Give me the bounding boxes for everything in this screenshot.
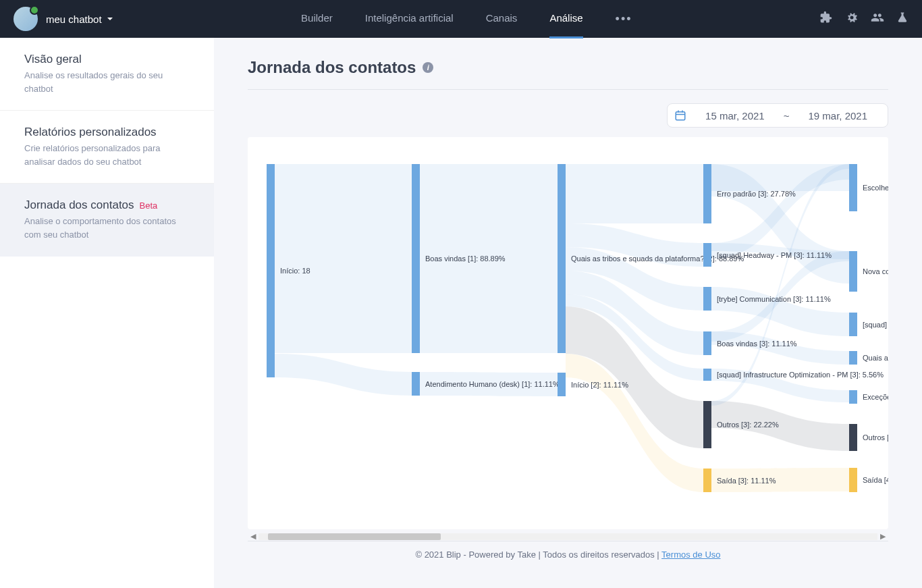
sankey-node[interactable]	[849, 313, 857, 336]
sankey-node-label: [squad]	[863, 321, 887, 329]
sankey-chart-card: Início: 18Boas vindas [1]: 88.89%Atendim…	[248, 137, 888, 529]
sidebar-title-text: Jornada dos contatos	[24, 198, 134, 212]
nav-ai[interactable]: Inteligência artificial	[352, 0, 467, 38]
beta-badge: Beta	[140, 201, 158, 211]
main-content: Jornada dos contatos i 15 mar, 2021 ~ 19…	[214, 38, 922, 588]
plugin-icon[interactable]	[819, 11, 833, 27]
footer-terms-link[interactable]: Termos de Uso	[661, 550, 720, 560]
sankey-node-label: Quais as	[863, 354, 888, 362]
sankey-node[interactable]	[703, 369, 711, 381]
sankey-node[interactable]	[703, 243, 711, 267]
sankey-node-label: Início: 18	[280, 267, 310, 275]
sankey-node[interactable]	[703, 469, 711, 492]
sankey-node-label: Saída [3]: 11.11%	[717, 477, 776, 485]
sankey-node-label: Atendimento Humano (desk) [1]: 11.11%	[425, 380, 560, 388]
date-sep: ~	[784, 110, 790, 122]
scroll-left-arrow[interactable]: ◀	[248, 532, 259, 541]
svg-rect-0	[676, 112, 685, 120]
header-left: meu chatbot	[13, 7, 114, 31]
sankey-node-label: Saída [4	[863, 476, 888, 484]
footer-text: © 2021 Blip - Powered by Take | Todos os…	[415, 550, 661, 560]
sankey-node[interactable]	[267, 164, 275, 377]
main-nav: Builder Inteligência artificial Canais A…	[288, 0, 645, 38]
chevron-down-icon	[106, 15, 114, 23]
sankey-node-label: Início [2]: 11.11%	[571, 381, 628, 389]
sankey-node-label: Exceções	[863, 393, 888, 401]
sankey-node[interactable]	[558, 373, 566, 396]
bot-avatar[interactable]	[13, 7, 38, 31]
date-start: 15 mar, 2021	[705, 110, 765, 122]
sankey-node[interactable]	[703, 287, 711, 311]
sidebar-desc: Analise os resultados gerais do seu chat…	[24, 69, 190, 95]
nav-channels[interactable]: Canais	[472, 0, 531, 38]
sidebar-desc: Crie relatórios personalizados para anal…	[24, 142, 190, 168]
info-icon[interactable]: i	[423, 62, 433, 73]
sidebar: Visão geral Analise os resultados gerais…	[0, 38, 214, 588]
sankey-node[interactable]	[849, 468, 857, 492]
date-row: 15 mar, 2021 ~ 19 mar, 2021	[248, 103, 888, 128]
gear-icon[interactable]	[845, 11, 859, 27]
nav-builder[interactable]: Builder	[288, 0, 346, 38]
sankey-node[interactable]	[412, 372, 420, 396]
sankey-node[interactable]	[703, 164, 711, 223]
calendar-icon	[674, 109, 686, 122]
bot-name-label: meu chatbot	[46, 14, 102, 25]
sidebar-item-journey[interactable]: Jornada dos contatos Beta Analise o comp…	[0, 184, 214, 257]
bot-name-dropdown[interactable]: meu chatbot	[46, 14, 114, 25]
app-header: meu chatbot Builder Inteligência artific…	[0, 0, 922, 38]
scroll-right-arrow[interactable]: ▶	[877, 532, 888, 541]
sankey-node-label: [trybe] Communication [3]: 11.11%	[717, 295, 831, 303]
horizontal-scrollbar[interactable]: ◀ ▶	[248, 532, 888, 541]
header-right	[819, 11, 909, 27]
date-end: 19 mar, 2021	[808, 110, 867, 122]
sankey-node[interactable]	[849, 390, 857, 404]
sidebar-title: Jornada dos contatos Beta	[24, 198, 190, 212]
sankey-node[interactable]	[558, 164, 566, 353]
sankey-node-label: Nova co	[863, 267, 888, 275]
sidebar-title: Visão geral	[24, 53, 190, 66]
scroll-track[interactable]	[259, 533, 877, 540]
footer: © 2021 Blip - Powered by Take | Todos os…	[248, 541, 888, 568]
sidebar-title: Relatórios personalizados	[24, 126, 190, 139]
sankey-node-label: Boas vindas [3]: 11.11%	[717, 340, 797, 348]
sankey-node[interactable]	[703, 401, 711, 448]
nav-analysis[interactable]: Análise	[536, 0, 596, 38]
page-title-text: Jornada dos contatos	[248, 58, 416, 77]
sankey-node-label: [squad] Headway - PM [3]: 11.11%	[717, 251, 832, 259]
sankey-node-label: Escolhe	[863, 184, 888, 192]
sidebar-desc: Analise o comportamento dos contatos com…	[24, 215, 190, 241]
scroll-thumb[interactable]	[268, 533, 441, 540]
sankey-node-label: [squad] Infrastructure Optimization - PM…	[717, 371, 884, 379]
sankey-node[interactable]	[703, 331, 711, 355]
sankey-node[interactable]	[849, 251, 857, 292]
users-icon[interactable]	[871, 11, 884, 27]
sankey-chart[interactable]: Início: 18Boas vindas [1]: 88.89%Atendim…	[254, 164, 882, 515]
lab-icon[interactable]	[896, 11, 909, 27]
sidebar-item-overview[interactable]: Visão geral Analise os resultados gerais…	[0, 38, 214, 111]
sankey-node-label: Outros [4	[863, 433, 888, 442]
sankey-node[interactable]	[849, 424, 857, 451]
sankey-node[interactable]	[849, 164, 857, 211]
sidebar-item-reports[interactable]: Relatórios personalizados Crie relatório…	[0, 111, 214, 184]
sankey-node[interactable]	[849, 351, 857, 365]
nav-more[interactable]: •••	[602, 0, 646, 38]
sankey-node-label: Boas vindas [1]: 88.89%	[425, 255, 506, 263]
divider	[248, 89, 888, 90]
date-range-picker[interactable]: 15 mar, 2021 ~ 19 mar, 2021	[667, 103, 888, 128]
sankey-node[interactable]	[412, 164, 420, 353]
sankey-node-label: Outros [3]: 22.22%	[717, 421, 779, 429]
sankey-node-label: Erro padrão [3]: 27.78%	[717, 190, 796, 198]
page-title: Jornada dos contatos i	[248, 58, 888, 77]
